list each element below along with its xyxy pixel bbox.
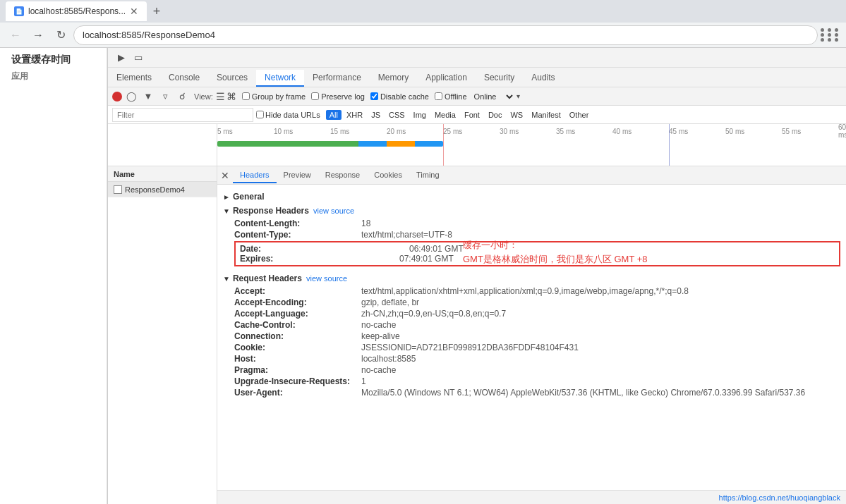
- header-row-user-agent: User-Agent: Mozilla/5.0 (Windows NT 6.1;…: [223, 388, 840, 398]
- header-value-host: localhost:8585: [361, 354, 416, 364]
- detail-close-btn[interactable]: ✕: [217, 168, 233, 183]
- refresh-btn[interactable]: ↻: [51, 25, 71, 45]
- tab-network[interactable]: Network: [256, 70, 304, 87]
- page-title: 设置缓存时间: [11, 54, 95, 66]
- tab-performance[interactable]: Performance: [304, 70, 370, 87]
- detail-tab-response[interactable]: Response: [318, 168, 368, 183]
- filter-types: All XHR JS CSS Img Media Font Doc WS Man…: [326, 110, 593, 120]
- request-headers-section-header[interactable]: ▼ Request Headers view source: [223, 273, 840, 283]
- back-btn[interactable]: ←: [6, 25, 25, 45]
- browser-tab[interactable]: 📄 localhost:8585/Respons... ✕: [6, 1, 147, 21]
- filter-font[interactable]: Font: [461, 110, 483, 120]
- timeline-bar: [217, 141, 443, 147]
- group-by-frame-checkbox[interactable]: Group by frame: [242, 92, 306, 101]
- bottom-bar: https://blog.csdn.net/huoqiangblack: [217, 490, 846, 504]
- device-toggle-btn[interactable]: ▭: [131, 50, 146, 66]
- preserve-log-input[interactable]: [311, 92, 319, 100]
- filter-js[interactable]: JS: [368, 110, 384, 120]
- tab-memory[interactable]: Memory: [370, 70, 417, 87]
- response-headers-arrow-icon: ▼: [223, 207, 230, 215]
- new-tab-btn[interactable]: +: [147, 1, 167, 21]
- devtools-tabs: Elements Console Sources Network Perform…: [108, 68, 846, 87]
- hide-data-urls-checkbox[interactable]: Hide data URLs: [256, 111, 320, 119]
- address-bar[interactable]: localhost:8585/ResponseDemo4: [73, 25, 818, 45]
- filter-media[interactable]: Media: [431, 110, 459, 120]
- annotation-line2: GMT是格林威治时间，我们是东八区 GMT +8: [463, 252, 648, 266]
- request-headers-label: Request Headers: [233, 273, 302, 283]
- forward-btn[interactable]: →: [28, 25, 48, 45]
- filter-input[interactable]: [112, 108, 253, 122]
- request-headers-view-source[interactable]: view source: [306, 274, 347, 283]
- tab-elements[interactable]: Elements: [108, 70, 160, 87]
- ruler-15ms: 15 ms: [330, 128, 349, 135]
- header-name-upgrade: Upgrade-Insecure-Requests:: [234, 376, 361, 386]
- header-name-host: Host:: [234, 354, 361, 364]
- devtools-panel: ▶ ▭ Elements Console Sources Network Per…: [107, 48, 846, 504]
- header-row-accept-language: Accept-Language: zh-CN,zh;q=0.9,en-US;q=…: [223, 309, 840, 319]
- address-text: localhost:8585/ResponseDemo4: [83, 30, 215, 40]
- header-row-cache-control: Cache-Control: no-cache: [223, 320, 840, 330]
- header-name-cookie: Cookie:: [234, 343, 361, 352]
- response-headers-label: Response Headers: [233, 206, 309, 216]
- filter-css[interactable]: CSS: [385, 110, 409, 120]
- name-header-label: Name: [114, 170, 135, 178]
- table-row[interactable]: ResponseDemo4: [108, 182, 217, 197]
- tab-title: localhost:8585/Respons...: [28, 6, 126, 16]
- detail-tab-timing[interactable]: Timing: [409, 168, 447, 183]
- tab-close-btn[interactable]: ✕: [130, 6, 138, 17]
- preserve-log-checkbox[interactable]: Preserve log: [311, 92, 365, 101]
- response-headers-view-source[interactable]: view source: [313, 207, 354, 215]
- filter-manifest[interactable]: Manifest: [528, 110, 564, 120]
- row-name: ResponseDemo4: [125, 185, 185, 194]
- header-name-accept-language: Accept-Language:: [234, 309, 361, 319]
- header-value-cookie: JSESSIONID=AD721BF0998912DBA36FDDF48104F…: [361, 343, 579, 352]
- timeline-marker-2: [669, 124, 670, 166]
- filter-xhr[interactable]: XHR: [343, 110, 366, 120]
- filter-btn[interactable]: ▿: [157, 89, 173, 104]
- filter-img[interactable]: Img: [410, 110, 430, 120]
- header-name-cache-control: Cache-Control:: [234, 320, 361, 330]
- ruler-55ms: 55 ms: [782, 128, 801, 135]
- timeline-area: 5 ms 10 ms 15 ms 20 ms 25 ms 30 ms 35 ms…: [108, 124, 846, 166]
- devtools-toolbar: ▶ ▭: [108, 48, 846, 68]
- disable-cache-checkbox[interactable]: Disable cache: [370, 92, 429, 101]
- tab-favicon: 📄: [14, 6, 24, 16]
- header-value-content-length: 18: [361, 219, 370, 228]
- general-section-label: General: [233, 192, 265, 202]
- request-headers-arrow-icon: ▼: [223, 275, 230, 283]
- list-view-icon[interactable]: ☰: [216, 91, 225, 102]
- tab-audits[interactable]: Audits: [523, 70, 563, 87]
- detail-tab-headers[interactable]: Headers: [233, 168, 277, 183]
- tab-application[interactable]: Application: [417, 70, 476, 87]
- tab-sources[interactable]: Sources: [208, 70, 256, 87]
- apps-btn[interactable]: [821, 25, 840, 45]
- group-by-frame-input[interactable]: [242, 92, 250, 100]
- stop-btn[interactable]: ◯: [123, 89, 139, 104]
- filter-ws[interactable]: WS: [507, 110, 526, 120]
- response-headers-section-header[interactable]: ▼ Response Headers view source: [223, 206, 840, 216]
- camera-btn[interactable]: ▼: [140, 89, 156, 104]
- filter-all[interactable]: All: [326, 110, 342, 120]
- grid-view-icon[interactable]: ⌘: [226, 91, 236, 102]
- detail-tab-preview[interactable]: Preview: [277, 168, 318, 183]
- offline-checkbox[interactable]: Offline: [435, 92, 467, 101]
- search-btn[interactable]: ☌: [174, 89, 190, 104]
- general-section-header[interactable]: ► General: [223, 192, 840, 202]
- dropdown-arrow-icon[interactable]: ▾: [516, 92, 520, 100]
- detail-tab-cookies[interactable]: Cookies: [367, 168, 409, 183]
- record-btn[interactable]: [112, 92, 122, 102]
- filter-other[interactable]: Other: [566, 110, 593, 120]
- inspect-element-btn[interactable]: ▶: [114, 50, 129, 66]
- throttle-select[interactable]: Online Slow 3G Fast 3G Offline: [471, 92, 515, 102]
- filter-doc[interactable]: Doc: [485, 110, 506, 120]
- header-value-accept: text/html,application/xhtml+xml,applicat…: [361, 286, 689, 296]
- bottom-link[interactable]: https://blog.csdn.net/huoqiangblack: [719, 493, 840, 502]
- offline-input[interactable]: [435, 92, 442, 100]
- tab-console[interactable]: Console: [160, 70, 208, 87]
- timeline-label-col: [108, 124, 217, 166]
- hide-data-urls-input[interactable]: [256, 111, 264, 118]
- header-row-host: Host: localhost:8585: [223, 354, 840, 364]
- header-name-connection: Connection:: [234, 331, 361, 341]
- disable-cache-input[interactable]: [370, 92, 378, 100]
- tab-security[interactable]: Security: [476, 70, 523, 87]
